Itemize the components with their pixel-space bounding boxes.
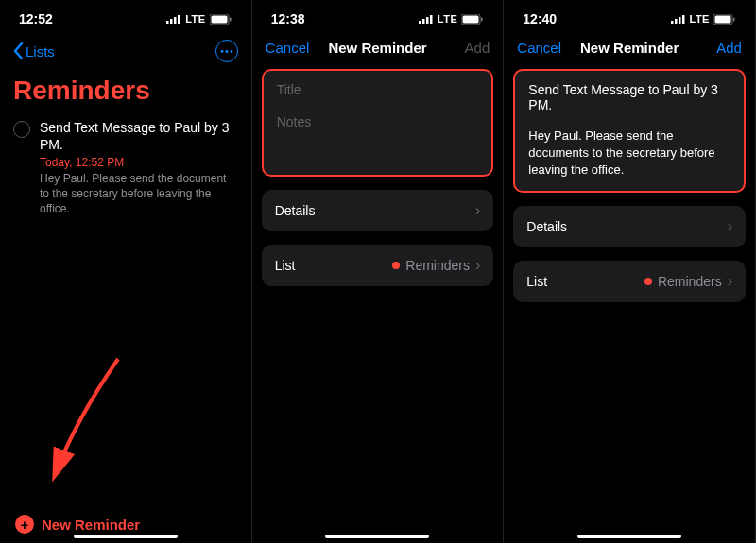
signal-icon [671, 14, 686, 24]
input-card: Send Text Message to Paul by 3 PM. Hey P… [513, 69, 746, 193]
reminder-notes: Hey Paul. Please send the document to th… [40, 172, 238, 216]
svg-point-7 [220, 50, 223, 53]
signal-icon [166, 14, 181, 24]
nav-bar: Cancel New Reminder Add [252, 38, 504, 63]
status-time: 12:40 [523, 11, 557, 26]
home-indicator[interactable] [325, 535, 429, 538]
svg-rect-3 [178, 15, 180, 24]
add-button[interactable]: Add [716, 40, 742, 56]
page-title: Reminders [0, 70, 251, 119]
carrier-label: LTE [185, 13, 205, 25]
list-color-dot-icon [644, 278, 652, 285]
chevron-right-icon: › [728, 218, 732, 235]
details-cell[interactable]: Details › [262, 190, 494, 231]
nav-title: New Reminder [328, 40, 426, 56]
status-right: LTE [419, 13, 484, 25]
status-time: 12:52 [19, 11, 53, 26]
svg-rect-2 [174, 17, 177, 24]
plus-icon: + [15, 515, 34, 534]
details-cell[interactable]: Details › [513, 206, 746, 247]
nav-title: New Reminder [580, 40, 679, 56]
new-reminder-button[interactable]: + New Reminder [15, 515, 236, 534]
cancel-button[interactable]: Cancel [266, 40, 310, 56]
list-cell[interactable]: List Reminders › [262, 245, 494, 286]
home-indicator[interactable] [74, 535, 178, 538]
svg-rect-18 [671, 21, 674, 24]
svg-point-9 [230, 50, 232, 53]
back-label: Lists [26, 43, 55, 59]
reminder-due: Today, 12:52 PM [40, 156, 238, 169]
cancel-button[interactable]: Cancel [517, 40, 561, 56]
svg-rect-14 [430, 15, 433, 24]
chevron-right-icon: › [475, 257, 480, 274]
svg-rect-21 [682, 15, 685, 24]
status-bar: 12:38 LTE [252, 0, 504, 38]
screen-new-reminder-empty: 12:38 LTE Cancel New Reminder Add Title … [252, 0, 505, 543]
input-card: Title Notes [262, 69, 494, 177]
battery-icon [461, 14, 484, 25]
nav-bar: Lists [0, 38, 251, 70]
list-color-dot-icon [392, 262, 400, 269]
svg-rect-20 [679, 17, 681, 24]
title-input[interactable]: Send Text Message to Paul by 3 PM. [528, 82, 730, 112]
back-button[interactable]: Lists [13, 42, 55, 59]
reminder-title: Send Text Message to Paul by 3 PM. [40, 119, 238, 153]
notes-input[interactable]: Notes [277, 114, 479, 129]
svg-rect-12 [422, 19, 425, 24]
signal-icon [419, 14, 434, 24]
list-label: List [526, 274, 547, 289]
status-bar: 12:40 LTE [504, 0, 755, 38]
svg-rect-5 [211, 15, 227, 23]
svg-rect-6 [230, 17, 232, 21]
notes-input[interactable]: Hey Paul. Please send the documents to t… [528, 127, 730, 179]
svg-rect-0 [166, 21, 169, 24]
list-cell[interactable]: List Reminders › [513, 261, 746, 302]
screen-new-reminder-filled: 12:40 LTE Cancel New Reminder Add Send T… [504, 0, 756, 543]
list-value: Reminders [405, 258, 470, 273]
reminder-body: Send Text Message to Paul by 3 PM. Today… [40, 119, 238, 216]
battery-icon [713, 14, 736, 25]
status-right: LTE [671, 13, 736, 25]
add-button[interactable]: Add [465, 40, 490, 56]
status-right: LTE [166, 13, 232, 25]
details-label: Details [275, 203, 316, 218]
details-label: Details [526, 219, 567, 234]
title-input[interactable]: Title [277, 82, 479, 97]
nav-bar: Cancel New Reminder Add [504, 38, 755, 63]
svg-rect-19 [675, 19, 678, 24]
svg-rect-23 [714, 15, 730, 23]
svg-rect-13 [426, 17, 429, 24]
svg-rect-16 [463, 15, 479, 23]
battery-icon [210, 14, 232, 25]
chevron-right-icon: › [475, 202, 480, 219]
checkbox-icon[interactable] [13, 121, 30, 138]
svg-rect-24 [733, 17, 735, 21]
svg-rect-17 [481, 17, 483, 21]
svg-rect-11 [419, 21, 421, 24]
carrier-label: LTE [438, 13, 457, 25]
new-reminder-label: New Reminder [42, 517, 140, 533]
annotation-arrow [47, 354, 132, 486]
carrier-label: LTE [690, 13, 710, 25]
chevron-right-icon: › [728, 273, 732, 290]
svg-point-8 [225, 50, 228, 53]
more-icon[interactable] [215, 40, 238, 62]
screen-reminders-list: 12:52 LTE Lists Reminders Send Text Mess… [0, 0, 252, 543]
status-time: 12:38 [271, 11, 305, 26]
svg-rect-1 [170, 19, 173, 24]
home-indicator[interactable] [577, 535, 681, 538]
list-value: Reminders [658, 274, 722, 289]
reminder-item[interactable]: Send Text Message to Paul by 3 PM. Today… [0, 119, 251, 216]
list-label: List [275, 258, 296, 273]
status-bar: 12:52 LTE [0, 0, 251, 38]
